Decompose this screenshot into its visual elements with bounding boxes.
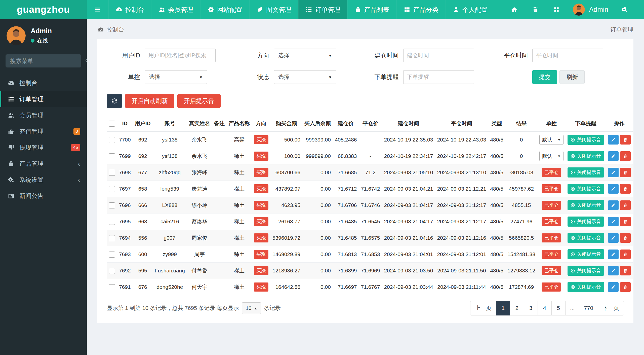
row-checkbox[interactable] xyxy=(109,284,115,290)
pagination-page[interactable]: 770 xyxy=(579,301,598,315)
close-alert-button[interactable]: 关闭提示音 xyxy=(568,151,604,161)
delete-button[interactable] xyxy=(620,250,631,259)
user-id-input[interactable] xyxy=(145,49,216,62)
close-alert-button[interactable]: 关闭提示音 xyxy=(568,282,604,292)
edit-button[interactable] xyxy=(608,184,619,194)
user-menu[interactable]: Admin xyxy=(569,4,612,16)
delete-button[interactable] xyxy=(620,200,631,210)
nav-item-gear[interactable]: 网站配置 xyxy=(200,0,249,19)
delete-button[interactable] xyxy=(620,233,631,243)
brand-logo[interactable]: guangzhou xyxy=(0,0,87,19)
close-alert-button[interactable]: 关闭提示音 xyxy=(568,233,604,243)
close-alert-button[interactable]: 关闭提示音 xyxy=(568,167,604,177)
status-select[interactable]: 选择▼ xyxy=(274,70,336,84)
sidebar-item-gears[interactable]: 系统设置‹ xyxy=(0,172,87,188)
sidebar-item-news[interactable]: 新闻公告 xyxy=(0,188,87,204)
sidebar-toggle-button[interactable] xyxy=(87,0,108,19)
sidebar-item-dashboard[interactable]: 控制台 xyxy=(0,75,87,91)
row-checkbox[interactable] xyxy=(109,170,115,176)
nav-item-bag[interactable]: 产品列表 xyxy=(347,0,396,19)
nav-item-grid[interactable]: 产品分类 xyxy=(396,0,446,19)
row-checkbox[interactable] xyxy=(109,137,115,143)
row-checkbox[interactable] xyxy=(109,202,115,208)
row-checkbox[interactable] xyxy=(109,268,115,274)
pagination-page[interactable]: 4 xyxy=(538,301,552,315)
edit-button[interactable] xyxy=(608,135,619,145)
clear-cache-button[interactable] xyxy=(527,0,544,19)
delete-button[interactable] xyxy=(620,266,631,275)
edit-button[interactable] xyxy=(608,217,619,226)
open-time-input[interactable] xyxy=(403,49,474,62)
cell-open-price: 71.6813 xyxy=(333,246,359,263)
sidebar-search-input[interactable] xyxy=(10,58,85,64)
row-checkbox[interactable] xyxy=(109,235,115,241)
pagination-page[interactable]: 3 xyxy=(524,301,538,315)
direction-select[interactable]: 选择▼ xyxy=(274,49,336,62)
list-icon xyxy=(306,6,312,13)
nav-item-user[interactable]: 个人配置 xyxy=(446,0,495,19)
select-all-checkbox[interactable] xyxy=(109,121,115,127)
row-checkbox[interactable] xyxy=(109,153,115,159)
settings-button[interactable] xyxy=(616,0,633,19)
sidebar-item-thumbs-down[interactable]: 提现管理45 xyxy=(0,139,87,156)
sidebar-item-users[interactable]: 会员管理 xyxy=(0,107,87,123)
home-button[interactable] xyxy=(505,0,523,19)
close-alert-button[interactable]: 关闭提示音 xyxy=(568,184,604,194)
sidebar-item-thumbs-up[interactable]: 充值管理0 xyxy=(0,123,87,139)
sidebar-item-label: 会员管理 xyxy=(19,111,44,119)
close-alert-button[interactable]: 关闭提示音 xyxy=(568,266,604,276)
order-alert-input[interactable] xyxy=(403,70,474,84)
close-alert-button[interactable]: 关闭提示音 xyxy=(568,249,604,259)
edit-button[interactable] xyxy=(608,266,619,275)
edit-button[interactable] xyxy=(608,200,619,210)
delete-button[interactable] xyxy=(620,184,631,194)
control-select[interactable]: 选择▼ xyxy=(145,70,207,84)
sound-toggle-button[interactable]: 开启提示音 xyxy=(177,94,221,108)
cell-close-time: 2024-10-19 22:43:03 xyxy=(435,132,488,148)
mute-icon xyxy=(571,137,575,142)
page-size-dropdown[interactable]: 10 ▲ xyxy=(242,302,261,314)
cell-open-time: 2024-09-03 21:04:17 xyxy=(382,214,435,230)
delete-button[interactable] xyxy=(620,168,631,177)
pagination-page[interactable]: 2 xyxy=(510,301,524,315)
control-select[interactable]: 默认▼ xyxy=(539,135,564,145)
delete-button[interactable] xyxy=(620,151,631,161)
row-checkbox[interactable] xyxy=(109,186,115,192)
row-checkbox[interactable] xyxy=(109,252,115,258)
fullscreen-button[interactable] xyxy=(548,0,565,19)
pagination-page[interactable]: 上一页 xyxy=(470,301,496,315)
delete-button[interactable] xyxy=(620,282,631,292)
breadcrumb-label[interactable]: 控制台 xyxy=(107,26,124,33)
pagination-page[interactable]: 5 xyxy=(551,301,566,315)
delete-button[interactable] xyxy=(620,217,631,226)
sidebar-item-bag[interactable]: 产品管理‹ xyxy=(0,156,87,172)
cell-open-time: 2024-09-03 21:04:16 xyxy=(382,230,435,246)
submit-button[interactable]: 提交 xyxy=(532,70,557,84)
cell-account: zhf520qq xyxy=(153,164,187,181)
sidebar-item-list[interactable]: 订单管理 xyxy=(0,91,87,107)
close-alert-button[interactable]: 关闭提示音 xyxy=(568,217,604,227)
auto-refresh-button[interactable]: 开启自动刷新 xyxy=(125,94,174,108)
cell-control: 已平仓 xyxy=(537,230,566,246)
nav-item-leaf[interactable]: 图文管理 xyxy=(249,0,298,19)
nav-item-list[interactable]: 订单管理 xyxy=(298,0,347,19)
nav-item-users[interactable]: 会员管理 xyxy=(151,0,200,19)
row-checkbox[interactable] xyxy=(109,219,115,225)
edit-button[interactable] xyxy=(608,168,619,177)
close-alert-button[interactable]: 关闭提示音 xyxy=(568,135,604,145)
refresh-button[interactable]: 刷新 xyxy=(559,70,585,84)
cell-real-name: 周宇 xyxy=(187,246,212,263)
edit-button[interactable] xyxy=(608,250,619,259)
edit-button[interactable] xyxy=(608,282,619,292)
close-time-input[interactable] xyxy=(532,49,603,62)
pagination-page[interactable]: 下一页 xyxy=(598,301,624,315)
cell-note xyxy=(212,263,227,279)
delete-button[interactable] xyxy=(620,135,631,145)
refresh-table-button[interactable] xyxy=(107,94,122,108)
edit-button[interactable] xyxy=(608,233,619,243)
close-alert-button[interactable]: 关闭提示音 xyxy=(568,200,604,210)
nav-item-dashboard[interactable]: 控制台 xyxy=(108,0,151,19)
control-select[interactable]: 默认▼ xyxy=(539,151,564,161)
edit-button[interactable] xyxy=(608,151,619,161)
pagination-page[interactable]: 1 xyxy=(496,301,510,315)
